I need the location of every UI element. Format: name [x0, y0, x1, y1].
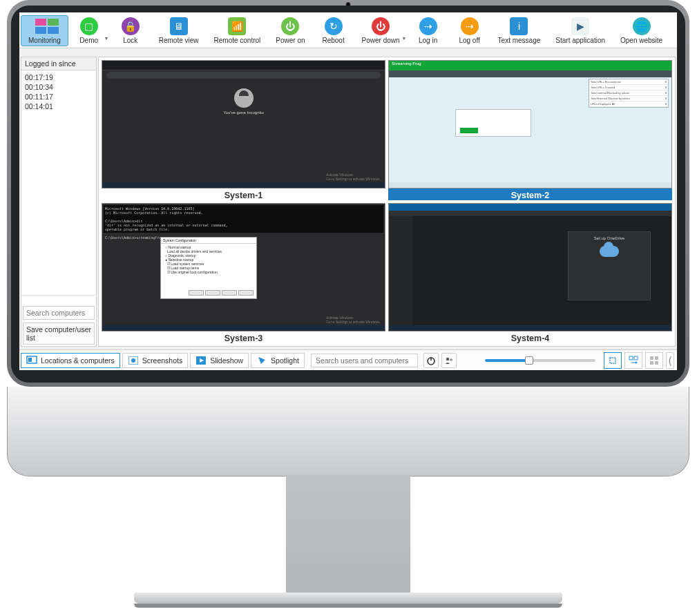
thumb-system-4: Set up OneDrive	[388, 203, 672, 331]
svg-rect-5	[28, 358, 32, 362]
system-tile-3[interactable]: Microsoft Windows [Version 10.0.19042.11…	[102, 203, 385, 343]
caption-system-1: System-1	[102, 189, 385, 200]
thumb-system-2: Screaming Frog Total URLs Encountered0 T…	[388, 60, 672, 189]
cfg-title: System Configuration	[161, 238, 256, 244]
fit-screen-button[interactable]	[604, 352, 622, 369]
power-menu-button[interactable]	[423, 353, 439, 368]
incognito-heading: You've gone Incognito	[102, 110, 385, 115]
svg-rect-20	[655, 356, 658, 360]
toolbar-reboot[interactable]: ↻Reboot	[313, 15, 354, 46]
toolbar-open-website[interactable]: 🌐Open website	[613, 15, 670, 46]
grid-view-button[interactable]	[645, 352, 663, 369]
toolbar-remote-control[interactable]: 📶Remote control	[207, 15, 269, 46]
monitoring-grid: You've gone Incognito Activate Windows G…	[98, 57, 676, 347]
thumb-system-3: Microsoft Windows [Version 10.0.19042.11…	[102, 203, 385, 331]
caption-system-3: System-3	[102, 331, 385, 343]
frog-titlebar: Screaming Frog	[389, 61, 671, 70]
caption-system-4: System-4	[388, 331, 672, 343]
svg-rect-16	[629, 356, 633, 360]
thumb-system-1: You've gone Incognito Activate Windows G…	[102, 60, 385, 189]
tab-spotlight[interactable]: Spotlight	[251, 353, 305, 368]
svg-rect-22	[655, 361, 658, 365]
svg-rect-19	[650, 356, 653, 360]
login-time: 00:14:01	[25, 102, 93, 111]
save-list-button[interactable]: Save computer/user list	[23, 323, 95, 345]
spotlight-icon	[256, 356, 267, 365]
slideshow-icon	[195, 356, 207, 365]
svg-point-7	[131, 358, 135, 363]
toolbar-power-down[interactable]: ⏻Power down▾	[354, 15, 408, 46]
svg-marker-10	[258, 357, 265, 364]
login-time: 00:10:34	[25, 82, 93, 92]
svg-marker-18	[636, 361, 638, 364]
users-button[interactable]	[441, 353, 457, 368]
tab-locations[interactable]: Locations & computers	[21, 353, 120, 368]
screenshots-icon	[128, 356, 139, 365]
system-tile-4[interactable]: Set up OneDrive System-4 MonitoringDemo▸…	[388, 203, 672, 343]
login-time: 00:11:17	[25, 92, 93, 102]
more-button[interactable]: (	[666, 352, 674, 369]
toolbar-lock[interactable]: 🔒Lock	[110, 15, 151, 46]
caption-system-2: System-2	[388, 189, 672, 200]
toolbar-log-off[interactable]: ⇢Log off	[449, 15, 490, 46]
search-users-input[interactable]	[311, 354, 418, 367]
toolbar-log-in[interactable]: ⇢Log in	[408, 15, 449, 46]
bottom-bar: Locations & computers Screenshots Slides…	[19, 349, 677, 370]
sidebar-hscroll[interactable]	[21, 295, 96, 305]
sidebar-header: Logged in since	[21, 57, 96, 70]
login-time: 00:17:19	[25, 73, 93, 82]
system-tile-2[interactable]: Screaming Frog Total URLs Encountered0 T…	[388, 60, 672, 200]
tab-slideshow[interactable]: Slideshow	[190, 353, 249, 368]
svg-point-14	[450, 358, 452, 361]
rearrange-button[interactable]	[624, 352, 642, 369]
toolbar-remote-view[interactable]: 🖥Remote view	[151, 15, 207, 46]
sidebar-times: 00:17:1900:10:3400:11:1700:14:01	[21, 70, 96, 295]
svg-rect-17	[634, 356, 638, 360]
zoom-slider[interactable]	[485, 359, 595, 362]
toolbar-start-application[interactable]: ▶Start application	[548, 15, 613, 46]
locations-icon	[26, 356, 37, 365]
toolbar-demo[interactable]: ▢Demo▾	[68, 15, 110, 46]
sidebar: Logged in since 00:17:1900:10:3400:11:17…	[21, 57, 97, 347]
search-computers-input[interactable]	[23, 306, 95, 320]
toolbar-text-message[interactable]: iText message	[490, 15, 548, 46]
tab-screenshots[interactable]: Screenshots	[122, 353, 188, 368]
svg-rect-15	[610, 358, 615, 363]
toolbar-monitoring[interactable]: Monitoring	[21, 15, 68, 46]
onedrive-heading: Set up OneDrive	[569, 236, 650, 240]
svg-rect-21	[650, 361, 653, 365]
main-toolbar: Monitoring▢Demo▾🔒Lock🖥Remote view📶Remote…	[19, 12, 677, 48]
main-area: Logged in since 00:17:1900:10:3400:11:17…	[19, 55, 677, 348]
toolbar-power-on[interactable]: ⏻Power on	[268, 15, 312, 46]
system-tile-1[interactable]: You've gone Incognito Activate Windows G…	[102, 60, 385, 200]
svg-point-13	[446, 357, 449, 360]
